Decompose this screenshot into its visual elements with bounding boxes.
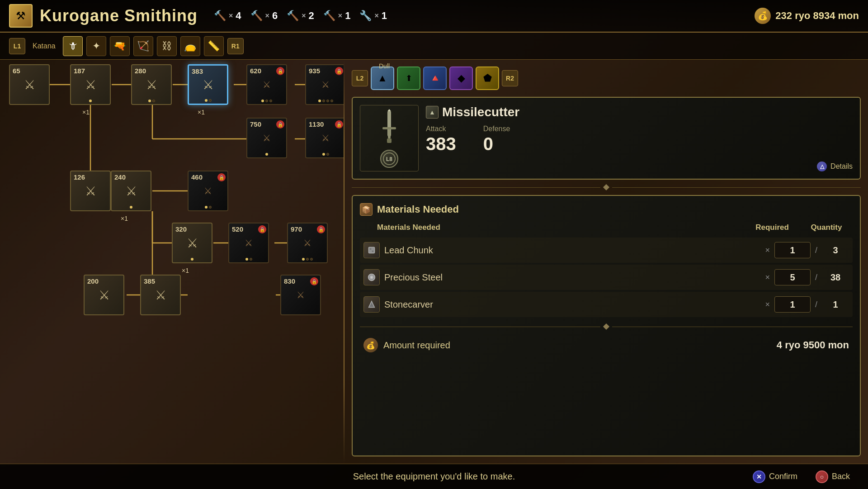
materials-subheader: Materials Needed Required Quantity bbox=[360, 223, 853, 232]
materials-section: 📦 Materials Needed Materials Needed Requ… bbox=[352, 195, 861, 456]
tab-yellow[interactable]: ⬟ bbox=[476, 66, 499, 90]
tab-bar: L2 ▲ ⬆ 🔺 ◆ ⬟ R2 bbox=[352, 67, 861, 90]
svg-rect-22 bbox=[388, 129, 391, 138]
category-star[interactable]: ✦ bbox=[86, 36, 106, 56]
tab-nav-left[interactable]: L2 bbox=[352, 70, 368, 86]
svg-rect-23 bbox=[387, 138, 392, 143]
lock-badge: 🔒 bbox=[276, 67, 284, 75]
confirm-icon: ✕ bbox=[753, 470, 765, 483]
separator-1 bbox=[352, 185, 861, 190]
weapon-name: Missilecutter bbox=[442, 105, 519, 119]
money-icon: 💰 bbox=[755, 8, 771, 24]
back-icon: ○ bbox=[816, 470, 828, 483]
category-gun[interactable]: 🔫 bbox=[110, 36, 130, 56]
details-button[interactable]: △ Details bbox=[426, 161, 853, 171]
lock-badge: 🔒 bbox=[310, 277, 318, 285]
weapon-image-box: L8 bbox=[360, 105, 419, 171]
tab-attack-up[interactable]: ▲ bbox=[371, 66, 394, 90]
hammer-item-1: 🔨 × 4 bbox=[214, 10, 241, 22]
weapon-node-520[interactable]: 520 🔒 ⚔ bbox=[228, 223, 269, 263]
hammer-x-4: × bbox=[338, 12, 342, 20]
weapon-node-460[interactable]: 460 🔒 ⚔ bbox=[188, 171, 228, 211]
svg-rect-21 bbox=[382, 127, 396, 129]
lead-chunk-name: Lead Chunk bbox=[384, 245, 765, 256]
weapon-image bbox=[371, 109, 407, 145]
money-display: 💰 232 ryo 8934 mon bbox=[755, 8, 859, 24]
precious-steel-required: 5 bbox=[774, 269, 811, 285]
category-stick[interactable]: 📏 bbox=[204, 36, 224, 56]
weapon-node-383[interactable]: 383 ⚔ bbox=[188, 64, 228, 105]
category-bag[interactable]: 👝 bbox=[180, 36, 200, 56]
hammer-icon-3: 🔨 bbox=[287, 10, 299, 22]
tab-green[interactable]: ⬆ bbox=[397, 66, 420, 90]
weapon-node-385[interactable]: 385 ⚔ bbox=[140, 275, 181, 315]
tab-purple[interactable]: ◆ bbox=[449, 66, 473, 90]
lock-badge: 🔒 bbox=[335, 67, 343, 75]
category-bow[interactable]: 🏹 bbox=[133, 36, 153, 56]
amount-required-row: 💰 Amount required 4 ryo 9500 mon bbox=[360, 338, 853, 352]
subheader-quantity: Quantity bbox=[804, 223, 849, 232]
stonecarver-slash: / bbox=[815, 300, 817, 309]
category-bar: L1 Katana 🗡 ✦ 🔫 🏹 ⛓ 👝 📏 R1 bbox=[0, 33, 868, 60]
panel-divider bbox=[344, 60, 344, 464]
weapon-node-750[interactable]: 750 🔒 ⚔ bbox=[246, 118, 287, 158]
defense-label: Defense bbox=[483, 125, 510, 133]
weapon-node-280[interactable]: 280 ⚔ bbox=[131, 64, 172, 105]
hammer-icon-1: 🔨 bbox=[214, 10, 226, 22]
weapon-node-320[interactable]: 320 ⚔ bbox=[172, 223, 212, 263]
weapon-node-126[interactable]: 126 ⚔ bbox=[70, 171, 111, 211]
weapon-node-935[interactable]: 935 🔒 ⚔ bbox=[305, 64, 344, 105]
weapon-node-1130[interactable]: 1130 🔒 ⚔ bbox=[305, 118, 344, 158]
bottom-bar: Select the equipment you'd like to make.… bbox=[0, 464, 868, 489]
lock-badge: 🔒 bbox=[276, 120, 284, 128]
hammer-item-2: 🔨 × 6 bbox=[250, 10, 278, 22]
weapon-tree-panel: 65 ⚔ 187 ⚔ ×1 280 ⚔ 383 ⚔ ×1 bbox=[0, 60, 344, 464]
weapon-type-icon: ▲ bbox=[426, 106, 439, 119]
money-amount: 232 ryo 8934 mon bbox=[775, 10, 859, 22]
hammer-x-1: × bbox=[229, 12, 233, 20]
category-nav-left[interactable]: L1 bbox=[9, 38, 25, 54]
svg-rect-28 bbox=[372, 251, 373, 252]
category-nav-right[interactable]: R1 bbox=[227, 38, 244, 54]
top-bar: ⚒ Kurogane Smithing 🔨 × 4 🔨 × 6 🔨 × 2 🔨 … bbox=[0, 0, 868, 33]
category-chain[interactable]: ⛓ bbox=[157, 36, 177, 56]
lead-chunk-icon bbox=[363, 242, 380, 258]
hammer-icon-2: 🔨 bbox=[250, 10, 263, 22]
details-label: Details bbox=[830, 162, 853, 171]
svg-text:L8: L8 bbox=[386, 156, 392, 162]
hammer-resources: 🔨 × 4 🔨 × 6 🔨 × 2 🔨 × 1 🔧 × bbox=[214, 10, 387, 22]
weapon-badge: L8 bbox=[380, 150, 398, 168]
hammer-count-4: 1 bbox=[345, 10, 350, 22]
weapon-node-620[interactable]: 620 🔒 ⚔ bbox=[246, 64, 287, 105]
weapon-node-65[interactable]: 65 ⚔ bbox=[9, 64, 50, 105]
lock-badge: 🔒 bbox=[317, 225, 325, 233]
category-katana[interactable]: 🗡 bbox=[63, 36, 83, 56]
weapon-node-240[interactable]: 240 ⚔ bbox=[111, 171, 151, 211]
stonecarver-quantity: 1 bbox=[822, 299, 849, 310]
material-row-lead-chunk: Lead Chunk × 1 / 3 bbox=[360, 237, 853, 263]
hammer-count-2: 6 bbox=[272, 10, 278, 22]
instruction-text: Select the equipment you'd like to make. bbox=[353, 471, 515, 482]
subheader-name: Materials Needed bbox=[363, 223, 741, 232]
hammer-icon-5: 🔧 bbox=[359, 10, 372, 22]
weapon-info-details: ▲ Missilecutter Attack 383 Defense 0 bbox=[426, 105, 853, 171]
tab-nav-right[interactable]: R2 bbox=[502, 70, 518, 86]
weapon-node-200[interactable]: 200 ⚔ bbox=[84, 275, 124, 315]
hammer-item-3: 🔨 × 2 bbox=[287, 10, 314, 22]
tab-blue[interactable]: 🔺 bbox=[423, 66, 447, 90]
svg-rect-26 bbox=[368, 247, 374, 253]
weapon-node-187[interactable]: 187 ⚔ bbox=[70, 64, 111, 105]
svg-rect-27 bbox=[370, 248, 371, 250]
lead-chunk-required: 1 bbox=[774, 242, 811, 258]
confirm-button[interactable]: ✕ Confirm bbox=[753, 470, 797, 483]
hammer-x-3: × bbox=[302, 12, 306, 20]
weapon-info-card: L8 ▲ Missilecutter Attack 383 bbox=[352, 97, 861, 180]
attack-label: Attack bbox=[426, 125, 456, 133]
active-category-label: Katana bbox=[29, 42, 59, 50]
back-label: Back bbox=[832, 472, 850, 481]
weapon-node-830[interactable]: 830 🔒 ⚔ bbox=[280, 275, 321, 315]
subheader-required: Required bbox=[741, 223, 804, 232]
details-icon: △ bbox=[817, 161, 827, 171]
weapon-node-970[interactable]: 970 🔒 ⚔ bbox=[287, 223, 328, 263]
back-button[interactable]: ○ Back bbox=[816, 470, 850, 483]
